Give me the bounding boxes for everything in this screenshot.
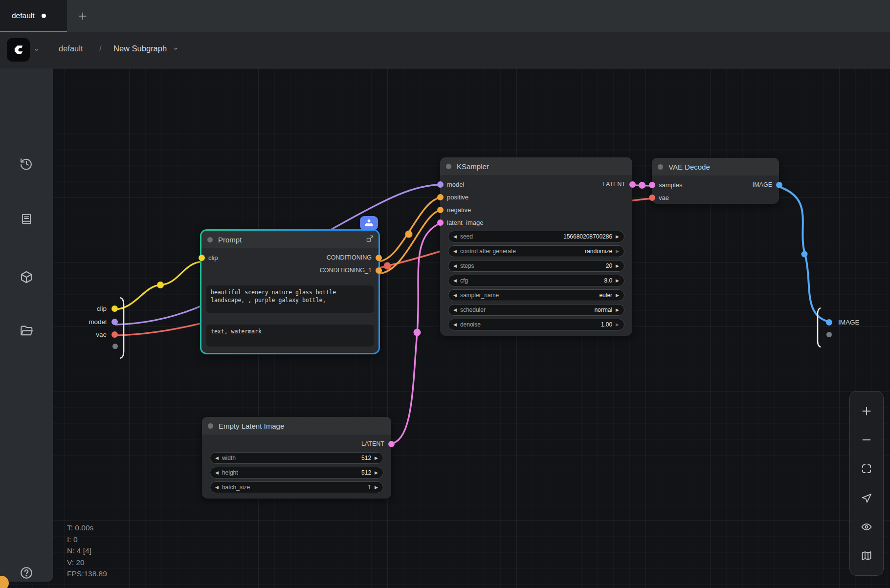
- logo-menu-chevron-icon[interactable]: [33, 46, 40, 55]
- widget-decrement-icon[interactable]: ◀: [453, 323, 457, 327]
- input-dot-samples[interactable]: [649, 182, 655, 188]
- zoom-out-icon[interactable]: [860, 434, 873, 446]
- minimap-icon[interactable]: [860, 549, 873, 562]
- widget-steps[interactable]: ◀steps20▶: [448, 260, 624, 272]
- input-dot-clip[interactable]: [199, 255, 205, 261]
- widget-control-after-generate[interactable]: ◀control after generaterandomize▶: [448, 245, 624, 257]
- input-dot-latent_image[interactable]: [437, 219, 444, 226]
- widget-decrement-icon[interactable]: ◀: [453, 249, 457, 254]
- breadcrumb-workflow[interactable]: default: [59, 44, 83, 53]
- new-tab-button[interactable]: [74, 8, 91, 24]
- output-dot-LATENT[interactable]: [629, 181, 636, 188]
- output-dot-IMAGE[interactable]: [776, 182, 782, 188]
- output-dot-LATENT[interactable]: [388, 441, 395, 447]
- widget-increment-icon[interactable]: ▶: [616, 264, 619, 268]
- breadcrumb-subgraph[interactable]: New Subgraph: [113, 44, 179, 53]
- widget-decrement-icon[interactable]: ◀: [215, 456, 219, 460]
- collapse-dot-icon[interactable]: [446, 164, 451, 169]
- widget-decrement-icon[interactable]: ◀: [453, 293, 457, 298]
- widget-seed[interactable]: ◀seed156680208700286▶: [448, 231, 624, 242]
- convert-to-subgraph-badge[interactable]: [360, 216, 378, 230]
- node-title-bar[interactable]: VAE Decode: [652, 158, 779, 175]
- widget-increment-icon[interactable]: ▶: [616, 308, 619, 312]
- node-ksampler[interactable]: KSamplermodelLATENTpositivenegativelaten…: [440, 157, 632, 336]
- widget-increment-icon[interactable]: ▶: [616, 293, 619, 298]
- widget-cfg[interactable]: ◀cfg8.0▶: [448, 275, 624, 286]
- output-dot-CONDITIONING_1[interactable]: [376, 267, 382, 274]
- widget-sampler_name[interactable]: ◀sampler_nameeuler▶: [448, 289, 624, 301]
- node-library-icon[interactable]: [16, 208, 37, 230]
- collapse-dot-icon[interactable]: [207, 237, 213, 242]
- widget-label: denoise: [460, 321, 481, 328]
- widget-decrement-icon[interactable]: ◀: [453, 308, 457, 312]
- help-icon[interactable]: [16, 562, 37, 584]
- subgraph-input-empty[interactable]: [75, 344, 118, 349]
- node-prompt[interactable]: PromptclipCONDITIONINGCONDITIONING_1beau…: [201, 231, 378, 353]
- widget-increment-icon[interactable]: ▶: [616, 279, 619, 283]
- widget-label: width: [222, 455, 236, 461]
- positive-prompt-text[interactable]: beautiful scenery nature glass bottle la…: [206, 285, 374, 313]
- node-empty-latent[interactable]: Empty Latent ImageLATENT◀width512▶◀heigh…: [202, 417, 391, 499]
- eye-icon[interactable]: [860, 521, 873, 533]
- slot-dot[interactable]: [111, 331, 118, 338]
- negative-prompt-text[interactable]: text, watermark: [206, 325, 374, 347]
- widget-decrement-icon[interactable]: ◀: [215, 485, 219, 490]
- expand-subgraph-icon[interactable]: [366, 235, 374, 245]
- collapse-dot-icon[interactable]: [208, 423, 213, 429]
- widget-increment-icon[interactable]: ▶: [616, 323, 619, 327]
- tab-default[interactable]: default: [0, 0, 67, 32]
- input-dot-positive[interactable]: [437, 194, 444, 200]
- widget-increment-icon[interactable]: ▶: [616, 249, 619, 254]
- widget-label: sampler_name: [460, 292, 499, 299]
- widget-width[interactable]: ◀width512▶: [210, 452, 383, 464]
- model-library-icon[interactable]: [16, 266, 37, 288]
- output-dot-CONDITIONING[interactable]: [376, 255, 382, 261]
- subgraph-input-model[interactable]: model: [74, 318, 118, 326]
- input-dot-model[interactable]: [437, 181, 444, 188]
- widget-decrement-icon[interactable]: ◀: [453, 279, 457, 283]
- workflows-folder-icon[interactable]: [16, 320, 37, 342]
- collapse-dot-icon[interactable]: [658, 164, 663, 170]
- output-label: CONDITIONING: [327, 254, 372, 261]
- widget-label: height: [222, 469, 238, 476]
- input-dot-vae[interactable]: [649, 195, 655, 201]
- widget-decrement-icon[interactable]: ◀: [215, 471, 219, 475]
- widget-denoise[interactable]: ◀denoise1.00▶: [448, 319, 624, 330]
- subgraph-output-empty[interactable]: [826, 332, 832, 337]
- node-title-bar[interactable]: Empty Latent Image: [202, 417, 391, 435]
- chevron-down-icon: [173, 45, 179, 52]
- widget-increment-icon[interactable]: ▶: [616, 235, 619, 239]
- slot-dot[interactable]: [111, 305, 118, 312]
- pointer-icon[interactable]: [860, 492, 873, 504]
- breadcrumb-separator: /: [99, 44, 102, 53]
- comfyui-logo[interactable]: [7, 38, 30, 62]
- slot-dot[interactable]: [826, 319, 832, 326]
- subgraph-input-clip[interactable]: clip: [74, 305, 118, 312]
- widget-value: 8.0: [604, 277, 612, 284]
- node-title-bar[interactable]: Prompt: [201, 231, 378, 248]
- slot-dot[interactable]: [111, 319, 118, 325]
- widget-batch_size[interactable]: ◀batch_size1▶: [210, 481, 383, 493]
- zoom-in-icon[interactable]: [860, 405, 873, 417]
- input-label: negative: [447, 206, 471, 214]
- slot-row: clipCONDITIONING: [201, 251, 378, 264]
- slot-dot[interactable]: [826, 332, 832, 337]
- subgraph-input-vae[interactable]: vae: [74, 331, 118, 338]
- node-vae-decode[interactable]: VAE DecodesamplesIMAGEvae: [652, 158, 779, 204]
- widget-decrement-icon[interactable]: ◀: [453, 264, 457, 268]
- slot-dot[interactable]: [112, 344, 118, 349]
- fit-view-icon[interactable]: [860, 462, 873, 475]
- input-label: clip: [208, 254, 218, 261]
- node-title-bar[interactable]: KSampler: [440, 157, 632, 175]
- widget-increment-icon[interactable]: ▶: [375, 485, 378, 490]
- widget-increment-icon[interactable]: ▶: [375, 456, 378, 460]
- input-label: model: [447, 181, 464, 188]
- history-icon[interactable]: [16, 153, 37, 174]
- subgraph-output-image[interactable]: IMAGE: [826, 319, 860, 326]
- input-dot-negative[interactable]: [437, 207, 444, 213]
- widget-decrement-icon[interactable]: ◀: [453, 235, 457, 239]
- widget-height[interactable]: ◀height512▶: [210, 467, 383, 479]
- widget-increment-icon[interactable]: ▶: [375, 471, 378, 475]
- widget-scheduler[interactable]: ◀schedulernormal▶: [448, 304, 624, 316]
- slot-row: CONDITIONING_1: [201, 264, 378, 277]
